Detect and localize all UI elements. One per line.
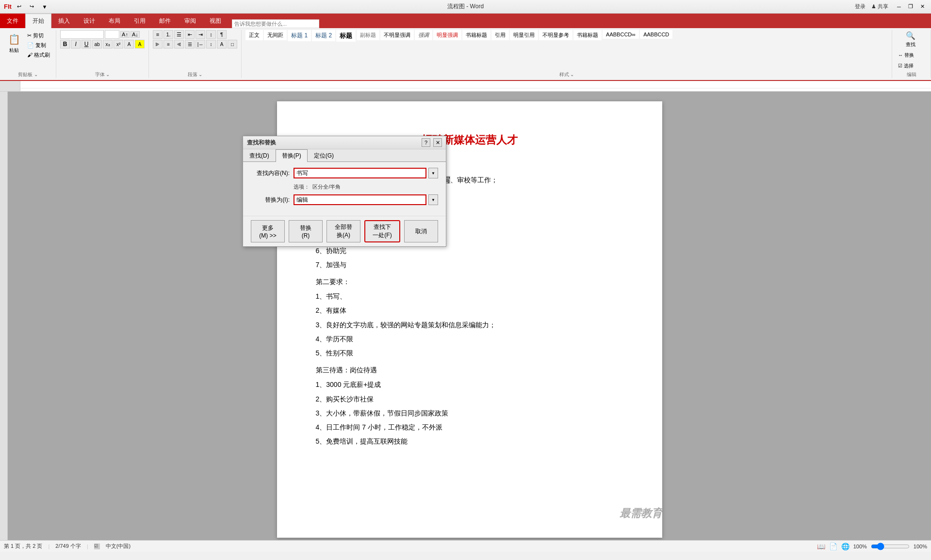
replace-button[interactable]: ↔ 替换 — [896, 51, 916, 60]
find-label: 查找内容(N): — [251, 169, 290, 177]
zoom-slider[interactable] — [871, 543, 910, 550]
find-button[interactable]: 🔍 查找 — [896, 30, 925, 49]
find-input[interactable] — [294, 168, 426, 178]
style-aabbccd2[interactable]: AABBCCD — [640, 30, 672, 39]
find-next-button[interactable]: 查找下一处(F) — [364, 220, 400, 242]
find-dropdown[interactable]: ▼ — [428, 168, 438, 178]
doc-item-12: 5、性别不限 — [316, 347, 623, 359]
document-area[interactable]: 招聘新媒体运营人才 第一要求：岗位职责 1、负责网站相关栏目/频道的信息搜集、书… — [8, 92, 931, 540]
replace-all-button[interactable]: 全部替换(A) — [327, 220, 360, 242]
doc-item-7: 7、加强与 — [316, 259, 623, 271]
style-quote[interactable]: 引用 — [491, 30, 509, 40]
font-name-input[interactable] — [60, 30, 104, 39]
tab-review[interactable]: 审阅 — [178, 14, 203, 28]
style-book-title[interactable]: 书籍标题 — [573, 30, 602, 40]
subscript-button[interactable]: x₂ — [103, 40, 113, 48]
close-button[interactable]: ✕ — [917, 2, 927, 11]
style-normal[interactable]: 正文 — [245, 30, 263, 40]
multilevel-button[interactable]: ☰ — [174, 30, 184, 39]
doc-item-16: 4、日工作时间 7 小时，工作稳定，不外派 — [316, 421, 623, 433]
tab-insert[interactable]: 插入 — [51, 14, 77, 28]
replace-dropdown[interactable]: ▼ — [428, 194, 438, 205]
login-link[interactable]: 登录 — [855, 3, 866, 10]
quick-access-toolbar: FIt ↩ ↪ ▼ — [4, 2, 49, 11]
style-intense-quote[interactable]: 明显引用 — [510, 30, 538, 40]
replace-input-box: ▼ — [294, 194, 438, 205]
customize-button[interactable]: ▼ — [40, 2, 49, 11]
line-spacing-button[interactable]: ↕ — [206, 40, 216, 48]
read-mode-button[interactable]: 📖 — [817, 543, 825, 550]
border-button[interactable]: □ — [228, 40, 237, 48]
select-button[interactable]: ☑ 选择 — [896, 62, 915, 70]
undo-button[interactable]: ↩ — [15, 2, 24, 11]
print-layout-button[interactable]: 📄 — [829, 543, 837, 550]
restore-button[interactable]: ❐ — [906, 2, 915, 11]
strikethrough-button[interactable]: ab — [92, 40, 102, 48]
highlight-button[interactable]: A — [135, 40, 145, 48]
style-subtle-emphasis[interactable]: 不明显强调 — [380, 30, 414, 40]
minimize-button[interactable]: ─ — [894, 2, 904, 11]
font-shrink-button[interactable]: A↓ — [131, 31, 140, 38]
column-break-button[interactable]: |↔ — [196, 40, 205, 48]
align-center-button[interactable]: ≡ — [163, 40, 173, 48]
increase-indent-button[interactable]: ⇥ — [196, 30, 205, 39]
editing-label: 编辑 — [896, 70, 927, 78]
style-no-spacing[interactable]: 无间距 — [264, 30, 287, 40]
justify-button[interactable]: ☰ — [185, 40, 195, 48]
replace-input[interactable] — [294, 194, 426, 205]
tab-home[interactable]: 开始 — [25, 14, 51, 28]
numbering-button[interactable]: 1. — [163, 30, 173, 39]
style-aabbccd1[interactable]: AABBCCD∞ — [603, 30, 639, 39]
paste-button[interactable]: 📋 粘贴 — [4, 30, 24, 55]
tab-design[interactable]: 设计 — [77, 14, 102, 28]
show-formatting-button[interactable]: ¶ — [217, 30, 227, 39]
style-title[interactable]: 标题 — [336, 30, 356, 42]
search-box[interactable] — [232, 19, 319, 28]
sort-button[interactable]: ↕ — [206, 30, 216, 39]
paragraph-group: ≡ 1. ☰ ⇤ ⇥ ↕ ¶ ⫸ ≡ ⫷ ☰ |↔ ↕ A □ — [149, 30, 242, 78]
style-subtle-ref[interactable]: 不明显参考 — [539, 30, 572, 40]
replace-button[interactable]: 替换(R) — [289, 220, 323, 242]
superscript-button[interactable]: x² — [114, 40, 123, 48]
text-color-button[interactable]: A — [124, 40, 134, 48]
style-strong[interactable]: 书籍标题 — [462, 30, 490, 40]
decrease-indent-button[interactable]: ⇤ — [185, 30, 195, 39]
dialog-tab-replace[interactable]: 替换(P) — [276, 149, 308, 162]
more-button[interactable]: 更多(M) >> — [251, 220, 285, 242]
find-replace-dialog[interactable]: 查找和替换 ? ✕ 查找(D) 替换(P) 定位(G) 查找内容(N): ▼ 选… — [243, 136, 446, 247]
style-emphasis[interactable]: 强调 — [415, 30, 432, 40]
bold-button[interactable]: B — [60, 40, 70, 48]
dialog-tab-goto[interactable]: 定位(G) — [308, 149, 340, 162]
align-right-button[interactable]: ⫷ — [174, 40, 184, 48]
style-intense-emphasis[interactable]: 明显强调 — [433, 30, 461, 40]
italic-button[interactable]: I — [71, 40, 81, 48]
dialog-help-button[interactable]: ? — [422, 138, 430, 147]
dialog-close-button[interactable]: ✕ — [433, 138, 442, 147]
tab-mailings[interactable]: 邮件 — [152, 14, 178, 28]
copy-button[interactable]: 📄 复制 — [25, 41, 52, 50]
dialog-tab-find[interactable]: 查找(D) — [243, 149, 276, 162]
font-grow-button[interactable]: A↑ — [120, 31, 130, 38]
tab-layout[interactable]: 布局 — [102, 14, 127, 28]
cancel-button[interactable]: 取消 — [404, 220, 438, 242]
align-left-button[interactable]: ⫸ — [153, 40, 163, 48]
web-layout-button[interactable]: 🌐 — [841, 543, 849, 550]
bullets-button[interactable]: ≡ — [153, 30, 163, 39]
share-link[interactable]: ♟ 共享 — [871, 3, 888, 10]
style-heading2[interactable]: 标题 2 — [312, 30, 335, 41]
format-painter-button[interactable]: 🖌 格式刷 — [25, 50, 52, 60]
font-label: 字体 ⌄ — [60, 70, 145, 78]
tab-view[interactable]: 视图 — [203, 14, 228, 28]
options-note: 选项： 区分全/半角 — [294, 183, 438, 191]
style-subtitle[interactable]: 副标题 — [357, 30, 379, 40]
underline-button[interactable]: U — [82, 40, 91, 48]
tab-references[interactable]: 引用 — [127, 14, 152, 28]
style-heading1[interactable]: 标题 1 — [288, 30, 311, 41]
shading-button[interactable]: A — [217, 40, 227, 48]
font-size-input[interactable] — [105, 30, 119, 39]
zoom-level: 100% — [853, 544, 867, 549]
cut-button[interactable]: ✂ 剪切 — [25, 31, 52, 40]
tab-file[interactable]: 文件 — [0, 14, 25, 28]
redo-button[interactable]: ↪ — [27, 2, 37, 11]
section3-heading: 第三待遇：岗位待遇 — [316, 364, 623, 376]
